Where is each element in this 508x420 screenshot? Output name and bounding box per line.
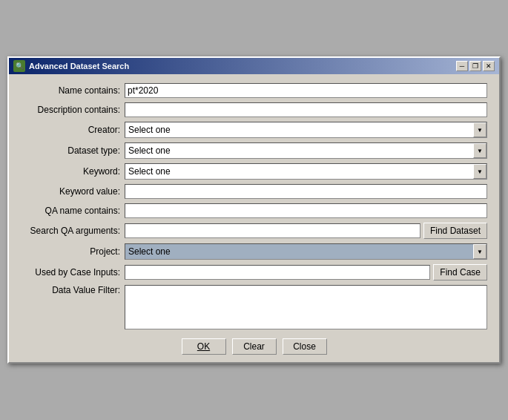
window-title: Advanced Dataset Search xyxy=(29,62,129,70)
search-qa-input[interactable] xyxy=(125,223,420,238)
data-value-label: Data Value Filter: xyxy=(21,285,125,295)
creator-select-wrapper: Select one ▼ xyxy=(125,122,487,138)
data-value-row: Data Value Filter: xyxy=(21,285,487,329)
ok-button[interactable]: OK xyxy=(182,338,226,355)
title-buttons: ─ ❐ ✕ xyxy=(456,61,495,71)
project-select-wrapper: Select one ▼ xyxy=(125,243,487,260)
creator-label: Creator: xyxy=(21,125,125,135)
name-contains-row: Name contains: xyxy=(21,83,487,98)
find-case-button[interactable]: Find Case xyxy=(433,264,487,280)
qa-name-input[interactable] xyxy=(125,203,487,218)
creator-select[interactable]: Select one xyxy=(125,122,487,138)
search-qa-row: Search QA arguments: Find Dataset xyxy=(21,223,487,239)
dataset-type-row: Dataset type: Select one ▼ xyxy=(21,142,487,159)
dataset-type-select-wrapper: Select one ▼ xyxy=(125,142,487,159)
dataset-type-select[interactable]: Select one xyxy=(125,142,487,159)
main-window: 🔍 Advanced Dataset Search ─ ❐ ✕ Name con… xyxy=(7,56,501,364)
used-by-label: Used by Case Inputs: xyxy=(21,267,125,278)
keyword-row: Keyword: Select one ▼ xyxy=(21,163,487,180)
keyword-value-input[interactable] xyxy=(125,184,487,199)
keyword-label: Keyword: xyxy=(21,166,125,177)
find-dataset-button[interactable]: Find Dataset xyxy=(423,223,487,239)
keyword-select[interactable]: Select one xyxy=(125,163,487,180)
description-contains-row: Description contains: xyxy=(21,102,487,117)
qa-name-row: QA name contains: xyxy=(21,203,487,218)
title-bar: 🔍 Advanced Dataset Search ─ ❐ ✕ xyxy=(9,58,499,74)
name-contains-label: Name contains: xyxy=(21,85,125,96)
description-contains-label: Description contains: xyxy=(21,105,125,115)
restore-button[interactable]: ❐ xyxy=(469,61,481,71)
project-label: Project: xyxy=(21,246,125,257)
keyword-select-wrapper: Select one ▼ xyxy=(125,163,487,180)
data-value-textarea[interactable] xyxy=(125,285,487,329)
description-contains-input[interactable] xyxy=(125,102,487,117)
close-button[interactable]: ✕ xyxy=(483,61,495,71)
project-row: Project: Select one ▼ xyxy=(21,243,487,260)
qa-name-label: QA name contains: xyxy=(21,206,125,216)
window-icon: 🔍 xyxy=(13,60,25,72)
button-row: OK Clear Close xyxy=(21,335,487,355)
project-select[interactable]: Select one xyxy=(125,243,487,260)
clear-button[interactable]: Clear xyxy=(232,338,277,355)
form-content: Name contains: Description contains: Cre… xyxy=(9,74,499,362)
search-qa-label: Search QA arguments: xyxy=(21,226,125,236)
keyword-value-label: Keyword value: xyxy=(21,186,125,197)
title-bar-left: 🔍 Advanced Dataset Search xyxy=(13,60,129,72)
name-contains-input[interactable] xyxy=(125,83,487,98)
dataset-type-label: Dataset type: xyxy=(21,145,125,156)
creator-row: Creator: Select one ▼ xyxy=(21,122,487,138)
close-button-dialog[interactable]: Close xyxy=(283,338,327,355)
used-by-row: Used by Case Inputs: Find Case xyxy=(21,264,487,280)
minimize-button[interactable]: ─ xyxy=(456,61,468,71)
used-by-input[interactable] xyxy=(125,265,430,280)
keyword-value-row: Keyword value: xyxy=(21,184,487,199)
